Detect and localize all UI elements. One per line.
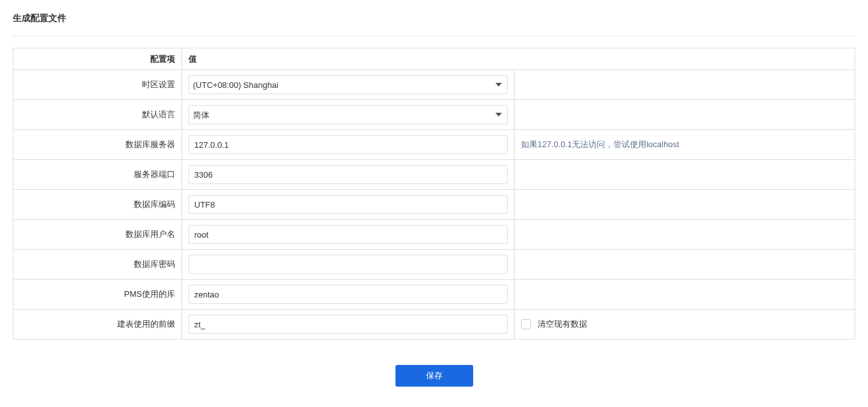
row-server-port: 服务器端口 — [13, 160, 855, 190]
label-timezone: 时区设置 — [13, 70, 182, 100]
label-db-username: 数据库用户名 — [13, 220, 182, 250]
row-db-encoding: 数据库编码 — [13, 190, 855, 220]
button-row: 保存 — [13, 365, 855, 387]
hint-pms-db — [515, 280, 855, 310]
pms-db-input[interactable] — [189, 285, 508, 304]
row-timezone: 时区设置 (UTC+08:00) Shanghai — [13, 70, 855, 100]
hint-server-port — [515, 160, 855, 190]
hint-default-lang — [515, 100, 855, 130]
config-table: 配置项 值 时区设置 (UTC+08:00) Shanghai 默认语言 简体 … — [13, 48, 855, 339]
db-server-input[interactable] — [189, 135, 508, 154]
label-pms-db: PMS使用的库 — [13, 280, 182, 310]
clear-data-label[interactable]: 清空现有数据 — [537, 318, 587, 330]
label-db-server: 数据库服务器 — [13, 130, 182, 160]
header-row: 配置项 值 — [13, 48, 855, 70]
hint-db-server: 如果127.0.0.1无法访问，尝试使用localhost — [515, 130, 855, 160]
divider — [13, 36, 855, 36]
db-username-input[interactable] — [189, 225, 508, 244]
row-pms-db: PMS使用的库 — [13, 280, 855, 310]
table-prefix-input[interactable] — [189, 315, 508, 334]
row-table-prefix: 建表使用的前缀 清空现有数据 — [13, 310, 855, 339]
server-port-input[interactable] — [189, 165, 508, 184]
label-table-prefix: 建表使用的前缀 — [13, 310, 182, 339]
row-db-server: 数据库服务器 如果127.0.0.1无法访问，尝试使用localhost — [13, 130, 855, 160]
timezone-select[interactable]: (UTC+08:00) Shanghai — [189, 75, 508, 94]
label-db-password: 数据库密码 — [13, 250, 182, 280]
header-config-item: 配置项 — [13, 48, 182, 70]
page-title: 生成配置文件 — [13, 13, 855, 24]
hint-timezone — [515, 70, 855, 100]
clear-data-checkbox[interactable] — [521, 319, 531, 329]
db-password-input[interactable] — [189, 255, 508, 274]
row-db-username: 数据库用户名 — [13, 220, 855, 250]
db-encoding-input[interactable] — [189, 195, 508, 214]
save-button[interactable]: 保存 — [395, 365, 473, 387]
hint-db-username — [515, 220, 855, 250]
row-default-lang: 默认语言 简体 — [13, 100, 855, 130]
hint-db-password — [515, 250, 855, 280]
default-lang-select[interactable]: 简体 — [189, 105, 508, 124]
hint-db-encoding — [515, 190, 855, 220]
header-value: 值 — [182, 48, 855, 70]
label-server-port: 服务器端口 — [13, 160, 182, 190]
label-default-lang: 默认语言 — [13, 100, 182, 130]
row-db-password: 数据库密码 — [13, 250, 855, 280]
label-db-encoding: 数据库编码 — [13, 190, 182, 220]
